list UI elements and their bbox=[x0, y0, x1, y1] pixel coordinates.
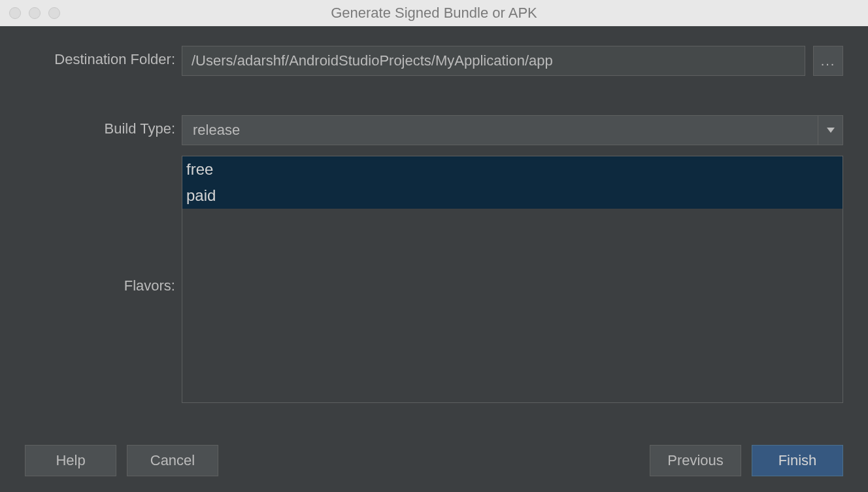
dialog-content: Destination Folder: ... Build Type: rele… bbox=[0, 26, 868, 492]
flavors-label: Flavors: bbox=[124, 277, 175, 294]
flavors-list[interactable]: freepaid bbox=[182, 156, 843, 403]
minimize-window-icon[interactable] bbox=[29, 7, 41, 19]
help-button[interactable]: Help bbox=[25, 445, 116, 476]
cancel-button[interactable]: Cancel bbox=[127, 445, 218, 476]
maximize-window-icon[interactable] bbox=[48, 7, 60, 19]
close-window-icon[interactable] bbox=[9, 7, 21, 19]
flavors-row: Flavors: freepaid bbox=[25, 156, 843, 420]
build-type-row: Build Type: release bbox=[25, 115, 843, 145]
destination-label: Destination Folder: bbox=[54, 51, 175, 67]
finish-button[interactable]: Finish bbox=[752, 445, 843, 476]
flavor-item-paid[interactable]: paid bbox=[182, 183, 843, 209]
build-type-dropdown[interactable]: release bbox=[182, 115, 843, 145]
destination-row: Destination Folder: ... bbox=[25, 46, 843, 76]
previous-button[interactable]: Previous bbox=[650, 445, 741, 476]
destination-folder-input[interactable] bbox=[182, 46, 805, 76]
titlebar: Generate Signed Bundle or APK bbox=[0, 0, 868, 26]
flavor-item-free[interactable]: free bbox=[182, 156, 843, 183]
browse-button[interactable]: ... bbox=[813, 46, 843, 76]
traffic-lights bbox=[9, 7, 60, 19]
build-type-value: release bbox=[182, 122, 818, 139]
window-title: Generate Signed Bundle or APK bbox=[0, 5, 868, 22]
build-type-label: Build Type: bbox=[105, 120, 175, 137]
button-bar: Help Cancel Previous Finish bbox=[25, 440, 843, 476]
chevron-down-icon bbox=[818, 116, 843, 145]
